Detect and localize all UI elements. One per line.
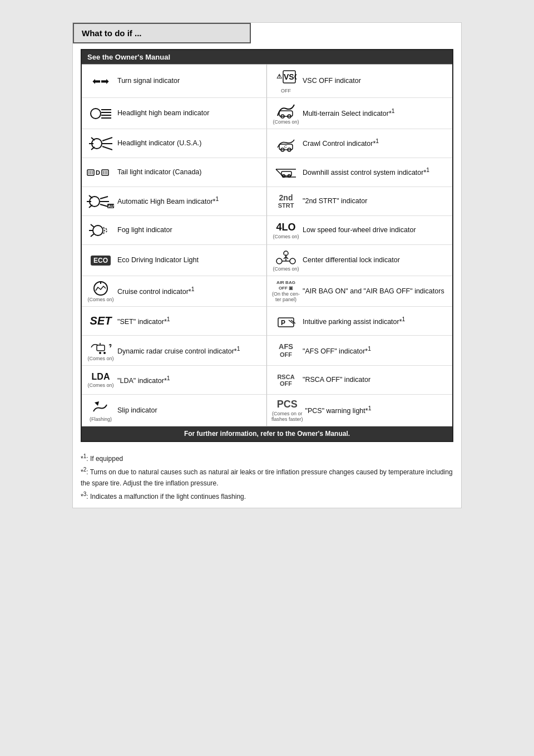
multi-terrain-label: Multi-terrain Select indicator*1	[300, 107, 395, 119]
set-label: "SET" indicator*1	[115, 316, 170, 327]
dynamic-radar-label: Dynamic radar cruise control indicator*1	[115, 345, 240, 356]
svg-line-40	[100, 204, 108, 207]
indicator-vsc-off: ⚠ VSC OFF VSC OFF indicator	[267, 65, 452, 98]
indicator-center-diff: (Comes on) Center differential lock indi…	[267, 245, 452, 276]
multi-terrain-icon: (Comes on)	[271, 102, 300, 125]
svg-point-57	[99, 352, 101, 354]
pcs-icon: PCS (Comes on orflashes faster)	[271, 399, 303, 422]
svg-line-15	[102, 138, 112, 141]
lda-label: "LDA" indicator*1	[115, 375, 170, 386]
downhill-icon	[271, 164, 300, 181]
vsc-off-icon: ⚠ VSC OFF	[271, 68, 300, 94]
indicator-headlight-high-beam: Headlight high beam indicator	[82, 98, 267, 129]
indicator-auto-high-beam: AUTO Automatic High Beam indicator*1	[82, 187, 267, 216]
indicator-multi-terrain: (Comes on) Multi-terrain Select indicato…	[267, 98, 452, 129]
indicator-eco: ECO Eco Driving Indicator Light	[82, 245, 267, 276]
2nd-strt-icon: 2nd STRT	[271, 194, 300, 209]
airbag-label: "AIR BAG ON" and "AIR BAG OFF" indicator…	[300, 287, 444, 296]
intuitive-parking-label: Intuitive parking assist indicator*1	[300, 316, 405, 327]
svg-text:⚠: ⚠	[276, 73, 282, 80]
indicator-headlight-usa: Headlight indicator (U.S.A.)	[82, 129, 267, 158]
footnote-2: *2: Turns on due to natural causes such …	[81, 465, 453, 488]
headlight-usa-icon	[86, 136, 115, 151]
indicator-turn-signal: ⬅➡ Turn signal indicator	[82, 65, 267, 98]
svg-text:P: P	[281, 319, 285, 327]
eco-label: Eco Driving Indicator Light	[115, 256, 199, 265]
pcs-label: "PCS" warning light*1	[303, 405, 372, 416]
footnote-1: *1: If equipped	[81, 452, 453, 464]
tail-light-label: Tail light indicator (Canada)	[115, 168, 201, 177]
dynamic-radar-icon: (Comes on)	[86, 340, 115, 361]
page-container: What to do if ... See the Owner's Manual…	[72, 22, 462, 508]
tail-light-icon: D	[86, 166, 115, 179]
intuitive-parking-icon: P	[271, 313, 300, 329]
rsca-off-label: "RSCA OFF" indicator	[300, 375, 370, 385]
indicator-slip: (Flashing) Slip indicator	[82, 395, 267, 426]
footer-bar: For further information, refer to the Ow…	[82, 426, 452, 441]
turn-signal-icon: ⬅➡	[86, 75, 115, 87]
center-diff-label: Center differential lock indicator	[300, 256, 400, 265]
4lo-icon: 4LO (Comes on)	[271, 222, 300, 239]
afs-off-label: "AFS OFF" indicator*1	[300, 345, 371, 356]
section-header-box: What to do if ...	[73, 23, 251, 43]
indicator-crawl-control: C Crawl Control indicator*1	[267, 129, 452, 158]
indicator-4lo: 4LO (Comes on) Low speed four-wheel driv…	[267, 216, 452, 245]
2nd-strt-label: "2nd STRT" indicator	[300, 197, 367, 206]
indicator-intuitive-parking: P Intuitive parking assist indicator*1	[267, 307, 452, 336]
indicator-fog-light: Fog light indicator	[82, 216, 267, 245]
slip-label: Slip indicator	[115, 406, 157, 415]
footnote-3: *3: Indicates a malfunction if the light…	[81, 490, 453, 502]
indicator-rsca-off: RSCA OFF "RSCA OFF" indicator	[267, 366, 452, 395]
owners-manual-header: See the Owner's Manual	[82, 50, 452, 64]
fog-light-label: Fog light indicator	[115, 225, 172, 235]
svg-text:VSC: VSC	[284, 72, 296, 81]
afs-off-icon: AFS OFF	[271, 343, 300, 357]
turn-signal-label: Turn signal indicator	[115, 76, 180, 86]
indicators-grid: ⬅➡ Turn signal indicator ⚠ VSC OFF VSC O…	[82, 64, 452, 426]
rsca-off-icon: RSCA OFF	[271, 374, 300, 387]
crawl-control-icon: C	[271, 135, 300, 152]
svg-line-17	[102, 146, 112, 150]
crawl-control-label: Crawl Control indicator*1	[300, 138, 379, 149]
main-box: See the Owner's Manual ⬅➡ Turn signal in…	[81, 49, 453, 442]
indicator-set: SET "SET" indicator*1	[82, 307, 267, 336]
svg-text:AUTO: AUTO	[108, 204, 115, 208]
headlight-usa-label: Headlight indicator (U.S.A.)	[115, 139, 201, 148]
indicator-pcs: PCS (Comes on orflashes faster) "PCS" wa…	[267, 395, 452, 426]
what-to-do-title: What to do if ...	[82, 28, 141, 38]
indicator-cruise: (Comes on) Cruise control indicator*1	[82, 276, 267, 307]
indicator-afs-off: AFS OFF "AFS OFF" indicator*1	[267, 336, 452, 366]
svg-point-43	[93, 225, 103, 235]
footnotes: *1: If equipped *2: Turns on due to natu…	[73, 448, 461, 508]
eco-icon: ECO	[86, 256, 115, 266]
4lo-label: Low speed four-wheel drive indicator	[300, 225, 416, 235]
vsc-off-label: VSC OFF indicator	[300, 76, 361, 86]
indicator-dynamic-radar: (Comes on) Dynamic radar cruise control …	[82, 336, 267, 366]
svg-line-38	[100, 197, 108, 199]
indicator-lda: LDA (Comes on) "LDA" indicator*1	[82, 366, 267, 395]
indicator-2nd-strt: 2nd STRT "2nd STRT" indicator	[267, 187, 452, 216]
svg-line-45	[91, 224, 94, 227]
cruise-label: Cruise control indicator*1	[115, 286, 195, 297]
auto-high-beam-icon: AUTO	[86, 194, 115, 209]
auto-high-beam-label: Automatic High Beam indicator*1	[115, 195, 219, 207]
svg-point-3	[91, 109, 101, 119]
svg-point-48	[290, 258, 295, 264]
svg-point-47	[276, 258, 282, 264]
cruise-icon: (Comes on)	[86, 281, 115, 302]
indicator-downhill: Downhill assist control system indicator…	[267, 158, 452, 187]
headlight-high-beam-label: Headlight high beam indicator	[115, 109, 209, 118]
svg-rect-56	[97, 345, 105, 351]
airbag-icon: AIR BAGOFF ▣ (On the cen-ter panel)	[271, 280, 300, 302]
lda-icon: LDA (Comes on)	[86, 372, 115, 388]
center-diff-icon: (Comes on)	[271, 249, 300, 272]
indicator-airbag: AIR BAGOFF ▣ (On the cen-ter panel) "AIR…	[267, 276, 452, 307]
indicator-tail-light: D Tail light indicator (Canada)	[82, 158, 267, 187]
set-icon: SET	[86, 315, 115, 327]
svg-text:C: C	[284, 145, 287, 149]
svg-text:D: D	[96, 169, 100, 176]
headlight-high-beam-icon	[86, 106, 115, 121]
slip-icon: (Flashing)	[86, 399, 115, 422]
fog-light-icon	[86, 223, 115, 238]
svg-line-46	[91, 234, 94, 237]
